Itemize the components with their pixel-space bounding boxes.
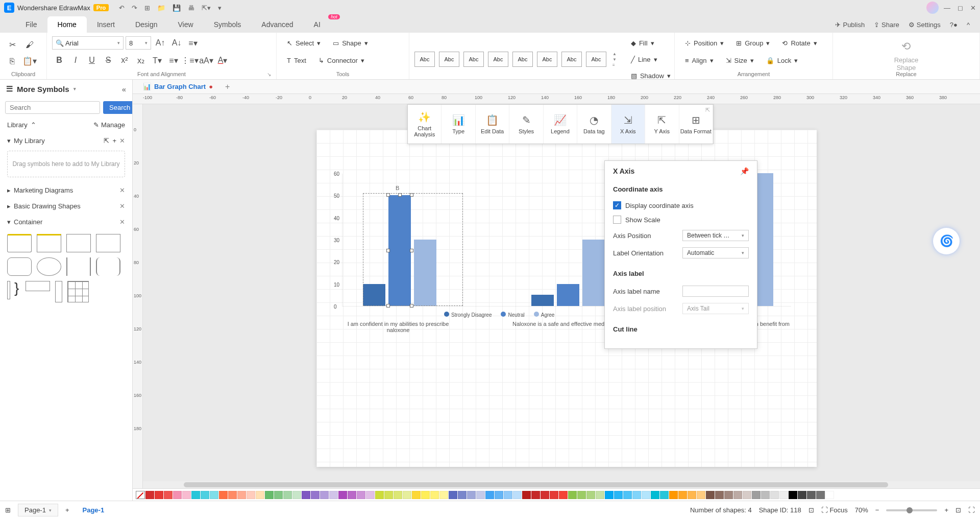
color-swatch[interactable] (485, 491, 494, 499)
shape-item[interactable] (7, 234, 32, 252)
menu-symbols[interactable]: Symbols (204, 16, 252, 33)
color-swatch[interactable] (651, 491, 659, 499)
zoom-in-icon[interactable]: + (944, 506, 948, 514)
symbol-search-button[interactable]: Search (103, 101, 133, 114)
chart-bar[interactable] (582, 240, 605, 306)
color-swatch[interactable] (660, 491, 669, 499)
toolbar-pin-icon[interactable]: ⇱ (705, 107, 710, 113)
color-swatch[interactable] (458, 491, 467, 499)
mylib-label[interactable]: My Library (14, 137, 45, 145)
chart-toolbar-type[interactable]: 📊Type (442, 105, 475, 144)
rotate-button[interactable]: ⟲ Rotate ▾ (777, 36, 822, 50)
cat-close-icon[interactable]: ✕ (119, 186, 125, 194)
style-preset[interactable]: Abc (463, 52, 484, 67)
align-icon[interactable]: ≡▾ (186, 36, 200, 50)
shape-item[interactable] (67, 281, 89, 302)
add-tab-icon[interactable]: + (221, 82, 234, 91)
color-swatch[interactable] (623, 491, 632, 499)
connector-tool[interactable]: ↳ Connector ▾ (313, 53, 370, 67)
format-painter-icon[interactable]: 🖌 (22, 38, 37, 52)
font-select[interactable]: 🔍 Arial▾ (52, 36, 124, 50)
display-axis-checkbox[interactable]: ✓ (613, 201, 621, 209)
color-swatch[interactable] (182, 491, 191, 499)
color-swatch[interactable] (807, 491, 816, 499)
color-swatch[interactable] (513, 491, 522, 499)
shape-item[interactable]: } (15, 281, 20, 299)
mylib-import-icon[interactable]: ⇱ (104, 137, 109, 145)
gallery-down-icon[interactable]: ▼ (612, 57, 617, 62)
minimize-icon[interactable]: — (944, 4, 950, 12)
case-icon[interactable]: aA▾ (199, 53, 213, 67)
color-swatch[interactable] (237, 491, 246, 499)
axis-label-name-input[interactable] (682, 286, 749, 297)
chart-toolbar-edit-data[interactable]: 📋Edit Data (476, 105, 509, 144)
axis-label-position-select[interactable]: Axis Tail▾ (682, 303, 749, 314)
fullscreen-icon[interactable]: ⛶ (968, 506, 975, 514)
color-swatch[interactable] (541, 491, 549, 499)
active-page-label[interactable]: Page-1 (77, 504, 111, 516)
size-button[interactable]: ⇲ Size ▾ (721, 53, 759, 67)
chart-bar[interactable] (531, 295, 554, 306)
cat-basic-shapes[interactable]: Basic Drawing Shapes (14, 202, 81, 210)
focus-button[interactable]: ⛶ Focus (821, 506, 848, 514)
chart-toolbar-y-axis[interactable]: ⇱Y Axis (645, 105, 679, 144)
color-swatch[interactable] (752, 491, 761, 499)
color-swatch[interactable] (770, 491, 779, 499)
color-swatch[interactable] (743, 491, 751, 499)
fill-button[interactable]: ◆ Fill ▾ (626, 36, 676, 50)
gallery-more-icon[interactable]: ≡ (612, 63, 617, 67)
color-swatch[interactable] (504, 491, 512, 499)
no-fill-swatch[interactable] (136, 491, 145, 499)
panel-pin-icon[interactable]: 📌 (740, 167, 749, 175)
library-label[interactable]: Library (7, 121, 28, 129)
collapse-ribbon-icon[interactable]: ^ (967, 21, 970, 29)
new-icon[interactable]: ⊞ (144, 4, 150, 12)
color-swatch[interactable] (191, 491, 200, 499)
chart-toolbar-data-tag[interactable]: ◔Data tag (577, 105, 611, 144)
color-swatch[interactable] (201, 491, 209, 499)
symbol-search-input[interactable] (5, 101, 100, 114)
shape-item[interactable] (66, 257, 91, 276)
bullets-icon[interactable]: ⋮≡▾ (183, 53, 197, 67)
color-swatch[interactable] (476, 491, 485, 499)
menu-insert[interactable]: Insert (87, 16, 125, 33)
menu-design[interactable]: Design (125, 16, 168, 33)
mylib-add-icon[interactable]: + (112, 137, 116, 145)
color-swatch[interactable] (439, 491, 448, 499)
canvas-scroll[interactable]: 0102030405060BI am confident in my abili… (143, 104, 980, 488)
user-avatar[interactable] (926, 2, 939, 14)
line-button[interactable]: ╱ Line ▾ (626, 52, 676, 66)
color-swatch[interactable] (568, 491, 577, 499)
color-swatch[interactable] (642, 491, 650, 499)
style-preset[interactable]: Abc (537, 52, 557, 67)
subscript-icon[interactable]: x₂ (134, 53, 148, 67)
strikethrough-icon[interactable]: S (101, 53, 115, 67)
color-swatch[interactable] (292, 491, 301, 499)
color-swatch[interactable] (614, 491, 623, 499)
color-swatch[interactable] (256, 491, 264, 499)
settings-button[interactable]: ⚙ Settings (909, 21, 941, 29)
color-swatch[interactable] (669, 491, 678, 499)
page-nav-icon[interactable]: ⊞ (5, 506, 11, 514)
manage-link[interactable]: ✎ Manage (93, 121, 125, 129)
shape-item[interactable] (37, 234, 61, 252)
shape-item[interactable] (96, 257, 120, 276)
color-swatch[interactable] (715, 491, 724, 499)
style-preset[interactable]: Abc (512, 52, 533, 67)
color-swatch[interactable] (210, 491, 218, 499)
color-swatch[interactable] (779, 491, 788, 499)
color-swatch[interactable] (816, 491, 825, 499)
copy-icon[interactable]: ⎘ (5, 54, 19, 68)
color-swatch[interactable] (430, 491, 439, 499)
menu-ai[interactable]: AIhot (304, 16, 331, 33)
panel-menu-icon[interactable]: ☰ (6, 84, 13, 93)
shape-tool[interactable]: ▭ Shape ▾ (328, 36, 373, 50)
color-swatch[interactable] (761, 491, 770, 499)
close-icon[interactable]: ✕ (970, 4, 976, 12)
cat-close-icon[interactable]: ✕ (119, 202, 125, 210)
color-swatch[interactable] (605, 491, 614, 499)
chart-toolbar-legend[interactable]: 📈Legend (544, 105, 577, 144)
color-swatch[interactable] (697, 491, 705, 499)
style-preset[interactable]: Abc (561, 52, 582, 67)
page-tab[interactable]: Page-1 ▾ (18, 504, 58, 516)
